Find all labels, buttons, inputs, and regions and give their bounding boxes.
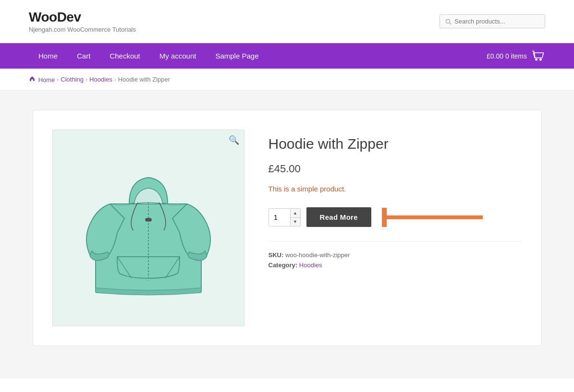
breadcrumb-bar: Home › Clothing › Hoodies › Hoodie with … [0,69,574,91]
nav-item-cart[interactable]: Cart [67,43,100,69]
product-container: 🔍 [33,110,542,346]
cart-basket-icon [532,49,545,63]
product-title: Hoodie with Zipper [269,134,522,153]
svg-rect-5 [146,218,151,221]
quantity-input-wrap: ▲ ▼ [269,208,301,226]
nav-link-checkout[interactable]: Checkout [100,43,149,69]
qty-spinners: ▲ ▼ [291,209,300,226]
nav-item-home[interactable]: Home [29,43,67,69]
site-header: WooDev Njengah.com WooCommerce Tutorials [0,0,574,43]
product-price: £45.00 [269,163,522,175]
zoom-icon[interactable]: 🔍 [229,135,239,145]
breadcrumb-home[interactable]: Home [29,75,55,83]
breadcrumb-home-link[interactable]: Home [29,76,55,83]
product-image-area: 🔍 [52,130,244,326]
nav-item-samplepage[interactable]: Sample Page [206,43,268,69]
arrow-annotation [382,208,488,227]
svg-point-0 [446,19,450,23]
product-description: This is a simple product. [269,185,522,193]
product-category: Category: Hoodies [269,261,522,269]
quantity-stepper[interactable] [269,209,291,226]
nav-item-checkout[interactable]: Checkout [100,43,149,69]
svg-line-1 [450,23,451,24]
breadcrumb-clothing[interactable]: Clothing [61,76,84,83]
search-form[interactable] [440,14,545,28]
svg-point-2 [536,59,537,60]
search-icon [445,18,452,25]
cart-icon[interactable] [532,49,545,63]
breadcrumb-sep-3: › [114,76,116,83]
nav-link-samplepage[interactable]: Sample Page [206,43,268,69]
site-branding: WooDev Njengah.com WooCommerce Tutorials [29,10,136,33]
nav-item-myaccount[interactable]: My account [150,43,206,69]
cart-total: £0.00 0 items [487,52,527,60]
product-sku: SKU: woo-hoodie-with-zipper [269,251,522,259]
search-input[interactable] [454,18,540,25]
pointing-arrow-icon [382,208,488,227]
breadcrumb: Home › Clothing › Hoodies › Hoodie with … [29,75,545,83]
product-meta: SKU: woo-hoodie-with-zipper Category: Ho… [269,241,522,269]
nav-link-myaccount[interactable]: My account [150,43,206,69]
product-details: Hoodie with Zipper £45.00 This is a simp… [269,130,522,326]
nav-links: Home Cart Checkout My account Sample Pag… [29,43,269,69]
breadcrumb-hoodies-link[interactable]: Hoodies [89,76,112,83]
product-category-link[interactable]: Hoodies [299,261,322,269]
nav-link-home[interactable]: Home [29,43,67,69]
breadcrumb-current: Hoodie with Zipper [118,76,170,83]
home-icon [29,75,36,82]
breadcrumb-hoodies[interactable]: Hoodies [89,76,112,83]
product-image [81,151,216,305]
nav-link-cart[interactable]: Cart [67,43,100,69]
cart-area[interactable]: £0.00 0 items [487,49,545,63]
qty-down-button[interactable]: ▼ [291,217,300,226]
breadcrumb-clothing-link[interactable]: Clothing [61,76,84,83]
qty-up-button[interactable]: ▲ [291,209,300,217]
site-title: WooDev [29,10,136,25]
read-more-button[interactable]: Read More [306,207,371,227]
svg-point-3 [540,59,542,60]
main-content: 🔍 [0,91,574,379]
add-to-cart-row: ▲ ▼ Read More [269,207,522,227]
breadcrumb-sep-1: › [57,76,59,83]
breadcrumb-sep-2: › [85,76,87,83]
site-tagline: Njengah.com WooCommerce Tutorials [29,26,136,33]
main-nav: Home Cart Checkout My account Sample Pag… [0,43,574,69]
